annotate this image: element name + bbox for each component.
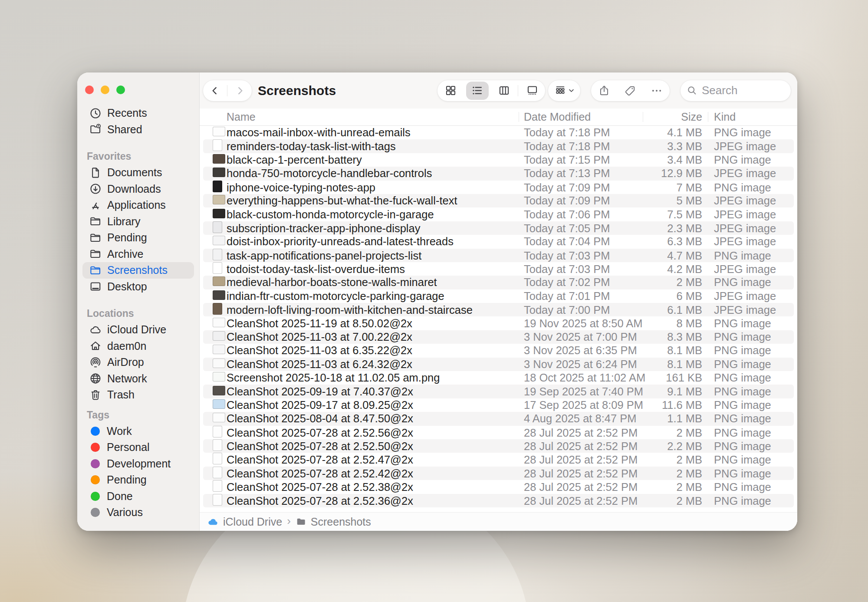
file-row[interactable]: medieval-harbor-boats-stone-walls-minare… [200, 276, 797, 289]
file-date-modified: Today at 7:01 PM [519, 290, 643, 303]
column-divider[interactable] [519, 112, 519, 122]
sidebar-item[interactable]: Trash [82, 387, 194, 403]
column-header-size[interactable]: Size [643, 111, 708, 123]
file-date-modified: 19 Nov 2025 at 8:50 AM [519, 317, 643, 330]
group-by-button[interactable] [548, 80, 580, 101]
sidebar-item[interactable]: Recents [82, 105, 194, 122]
sidebar-tag-item[interactable]: Development [82, 456, 194, 472]
file-row[interactable]: CleanShot 2025-11-19 at 8.50.02@2x 19 No… [200, 316, 797, 330]
file-row[interactable]: CleanShot 2025-11-03 at 6.35.22@2x 3 Nov… [200, 344, 797, 357]
file-row[interactable]: reminders-today-task-list-with-tags Toda… [200, 139, 797, 153]
sidebar-item[interactable]: Network [82, 371, 194, 387]
file-name: CleanShot 2025-07-28 at 2.52.50@2x [227, 440, 519, 453]
finder-window: Recents Shared Favorites Documents Downl [77, 72, 797, 531]
file-row[interactable]: CleanShot 2025-07-28 at 2.52.38@2x 28 Ju… [200, 480, 797, 493]
file-kind: PNG image [708, 358, 797, 371]
sidebar-item[interactable]: Downloads [82, 181, 194, 197]
forward-button[interactable] [229, 80, 251, 101]
file-row[interactable]: Screenshot 2025-10-18 at 11.02.05 am.png… [200, 371, 797, 385]
file-name: medieval-harbor-boats-stone-walls-minare… [227, 276, 519, 289]
file-thumbnail [213, 126, 227, 139]
column-header-date-modified[interactable]: Date Modified [519, 111, 643, 123]
breadcrumb-icloud-drive[interactable]: iCloud Drive [207, 516, 282, 528]
file-row[interactable]: CleanShot 2025-07-28 at 2.52.56@2x 28 Ju… [200, 426, 797, 439]
sidebar-tag-item[interactable]: Pending [82, 472, 194, 488]
sidebar-item[interactable]: AirDrop [82, 354, 194, 371]
file-thumbnail [213, 303, 227, 317]
file-row[interactable]: macos-mail-inbox-with-unread-emails Toda… [200, 126, 797, 139]
sidebar-item[interactable]: Pending [82, 230, 194, 246]
sidebar-item[interactable]: Applications [82, 197, 194, 214]
file-row[interactable]: CleanShot 2025-07-28 at 2.52.47@2x 28 Ju… [200, 453, 797, 466]
sidebar-item-icon [89, 123, 102, 136]
file-row[interactable]: black-custom-honda-motorcycle-in-garage … [200, 207, 797, 221]
file-row[interactable]: CleanShot 2025-11-03 at 7.00.22@2x 3 Nov… [200, 330, 797, 344]
file-row[interactable]: everything-happens-but-what-the-fuck-wal… [200, 194, 797, 207]
list-view-icon[interactable] [464, 80, 490, 101]
file-row[interactable]: CleanShot 2025-09-19 at 7.40.37@2x 19 Se… [200, 385, 797, 398]
column-header-kind[interactable]: Kind [708, 111, 797, 123]
file-row[interactable]: subscription-tracker-app-iphone-display … [200, 221, 797, 235]
sidebar-item[interactable]: Screenshots [82, 262, 194, 279]
file-row[interactable]: CleanShot 2025-07-28 at 2.52.36@2x 28 Ju… [200, 494, 797, 507]
sidebar-item[interactable]: Archive [82, 246, 194, 263]
file-row[interactable]: iphone-voice-typing-notes-app Today at 7… [200, 181, 797, 194]
file-date-modified: Today at 7:06 PM [519, 208, 643, 221]
sidebar-tag-item[interactable]: Personal [82, 439, 194, 456]
sidebar-item[interactable]: Documents [82, 164, 194, 181]
columns-view-icon[interactable] [491, 80, 517, 101]
file-name: everything-happens-but-what-the-fuck-wal… [227, 194, 519, 207]
minimize-button[interactable] [101, 86, 109, 94]
sidebar-item-label: Screenshots [107, 264, 168, 276]
share-icon[interactable] [592, 80, 616, 101]
file-row[interactable]: black-cap-1-percent-battery Today at 7:1… [200, 153, 797, 167]
file-kind: PNG image [708, 412, 797, 425]
search-field[interactable]: Search [681, 80, 791, 101]
file-name: subscription-tracker-app-iphone-display [227, 222, 519, 235]
back-button[interactable] [204, 80, 226, 101]
divider [227, 85, 227, 96]
file-row[interactable]: CleanShot 2025-07-28 at 2.52.50@2x 28 Ju… [200, 439, 797, 453]
file-row[interactable]: modern-loft-living-room-with-kitchen-and… [200, 303, 797, 316]
grid-view-icon[interactable] [437, 80, 464, 101]
sidebar-item[interactable]: Library [82, 214, 194, 230]
file-name: CleanShot 2025-11-19 at 8.50.02@2x [227, 317, 519, 330]
sidebar-tag-item[interactable]: Work [82, 423, 194, 440]
file-row[interactable]: CleanShot 2025-09-17 at 8.09.25@2x 17 Se… [200, 398, 797, 412]
sidebar-item[interactable]: iCloud Drive [82, 322, 194, 338]
sidebar-tag-item[interactable]: Various [82, 504, 194, 521]
tag-icon[interactable] [618, 80, 642, 101]
file-date-modified: Today at 7:09 PM [519, 194, 643, 207]
file-row[interactable]: CleanShot 2025-08-04 at 8.47.50@2x 4 Aug… [200, 412, 797, 425]
tag-color-dot [91, 508, 100, 517]
sidebar-item[interactable]: Desktop [82, 279, 194, 295]
file-name: CleanShot 2025-09-17 at 8.09.25@2x [227, 399, 519, 411]
file-size: 6.1 MB [643, 304, 708, 316]
sidebar-item[interactable]: daem0n [82, 338, 194, 355]
file-row[interactable]: CleanShot 2025-11-03 at 6.24.32@2x 3 Nov… [200, 358, 797, 371]
file-kind: PNG image [708, 344, 797, 357]
close-button[interactable] [85, 86, 94, 94]
breadcrumb-screenshots[interactable]: Screenshots [296, 516, 371, 528]
file-row[interactable]: CleanShot 2025-07-28 at 2.52.42@2x 28 Ju… [200, 467, 797, 480]
file-row[interactable]: task-app-notifications-panel-projects-li… [200, 249, 797, 262]
file-row[interactable]: doist-inbox-priority-unreads-and-latest-… [200, 235, 797, 248]
file-thumbnail [213, 194, 227, 207]
file-row[interactable]: honda-750-motorcycle-handlebar-controls … [200, 167, 797, 180]
navigation-buttons [203, 80, 252, 101]
file-size: 7.5 MB [643, 208, 708, 221]
column-divider[interactable] [708, 112, 708, 122]
file-row[interactable]: indian-ftr-custom-motorcycle-parking-gar… [200, 289, 797, 303]
more-icon[interactable] [644, 80, 669, 101]
zoom-button[interactable] [116, 86, 125, 94]
file-row[interactable]: todoist-today-task-list-overdue-items To… [200, 262, 797, 276]
sidebar-item[interactable]: Shared [82, 122, 194, 138]
sidebar-item-icon [89, 323, 102, 336]
column-header-name[interactable]: Name [227, 111, 519, 123]
gallery-view-icon[interactable] [519, 80, 545, 101]
column-divider[interactable] [643, 112, 643, 122]
file-date-modified: Today at 7:02 PM [519, 276, 643, 289]
file-kind: PNG image [708, 495, 797, 507]
file-date-modified: 28 Jul 2025 at 2:52 PM [519, 454, 643, 466]
sidebar-tag-item[interactable]: Done [82, 488, 194, 505]
